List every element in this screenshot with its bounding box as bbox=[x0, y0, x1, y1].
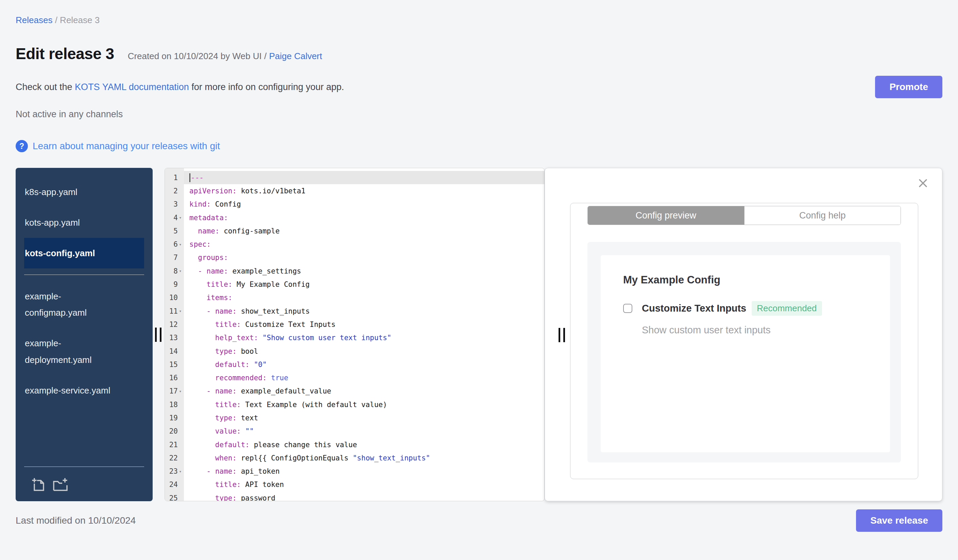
config-group-title: My Example Config bbox=[623, 274, 876, 286]
title-row: Edit release 3 Created on 10/10/2024 by … bbox=[16, 44, 942, 63]
promote-button[interactable]: Promote bbox=[875, 76, 942, 98]
docs-row: Check out the KOTS YAML documentation fo… bbox=[16, 76, 942, 98]
line-number: 10 bbox=[169, 294, 178, 302]
editor-cursor bbox=[189, 173, 190, 182]
code-line: 14 type: bool bbox=[165, 345, 544, 358]
fold-arrow-icon[interactable]: ▾ bbox=[178, 469, 183, 474]
line-number-gutter: 24 bbox=[165, 478, 184, 491]
sidebar-file-item[interactable]: kots-config.yaml bbox=[24, 238, 144, 269]
sidebar-resize-handle[interactable] bbox=[155, 327, 162, 342]
file-name-label: example-configmap.yaml bbox=[25, 288, 116, 321]
code-line-text: - name: example_default_value bbox=[184, 384, 544, 398]
code-line-text: type: bool bbox=[184, 345, 544, 358]
line-number-gutter: 7 bbox=[165, 251, 184, 264]
breadcrumb-current: Release 3 bbox=[60, 15, 100, 25]
line-number: 6 bbox=[173, 240, 178, 248]
kots-yaml-docs-link[interactable]: KOTS YAML documentation bbox=[75, 82, 189, 92]
line-number-gutter: 6▾ bbox=[165, 237, 184, 251]
code-line-text: name: config-sample bbox=[184, 224, 544, 237]
sidebar-file-item[interactable]: k8s-app.yaml bbox=[24, 177, 126, 207]
code-line: 23▾ - name: api_token bbox=[165, 465, 544, 478]
code-line: 19 type: text bbox=[165, 411, 544, 424]
code-line-text: kind: Config bbox=[184, 198, 544, 211]
code-line: 18 title: Text Example (with default val… bbox=[165, 398, 544, 411]
code-line-text: items: bbox=[184, 291, 544, 304]
close-panel-button[interactable] bbox=[918, 178, 928, 190]
tab-config-preview[interactable]: Config preview bbox=[588, 206, 744, 225]
editor-resize-handle[interactable] bbox=[558, 328, 565, 342]
new-file-button[interactable] bbox=[30, 476, 46, 493]
line-number: 15 bbox=[169, 361, 178, 369]
release-meta: Created on 10/10/2024 by Web UI / Paige … bbox=[128, 51, 322, 62]
line-number: 11 bbox=[169, 307, 178, 315]
author-link[interactable]: Paige Calvert bbox=[269, 51, 322, 61]
tab-config-help[interactable]: Config help bbox=[744, 206, 901, 225]
code-line: 9 title: My Example Config bbox=[165, 278, 544, 291]
code-line-text: type: text bbox=[184, 411, 544, 424]
code-line: 24 title: API token bbox=[165, 478, 544, 491]
save-release-button[interactable]: Save release bbox=[856, 509, 942, 532]
line-number-gutter: 15 bbox=[165, 358, 184, 371]
git-releases-link[interactable]: Learn about managing your releases with … bbox=[33, 141, 220, 152]
code-line-text: value: "" bbox=[184, 425, 544, 438]
line-number-gutter: 12 bbox=[165, 318, 184, 331]
line-number: 22 bbox=[169, 454, 178, 462]
line-number-gutter: 18 bbox=[165, 398, 184, 411]
file-sidebar: k8s-app.yamlkots-app.yamlkots-config.yam… bbox=[16, 168, 153, 501]
line-number: 19 bbox=[169, 414, 178, 422]
file-list-bottom: example-configmap.yamlexample-deployment… bbox=[16, 281, 153, 405]
line-number: 1 bbox=[173, 174, 178, 182]
page-title: Edit release 3 bbox=[16, 44, 114, 63]
created-text: Created on 10/10/2024 by Web UI / bbox=[128, 51, 269, 61]
new-folder-button[interactable] bbox=[52, 476, 69, 493]
code-line: 4▾metadata: bbox=[165, 211, 544, 224]
line-number: 17 bbox=[169, 387, 178, 395]
fold-arrow-icon[interactable]: ▾ bbox=[178, 269, 183, 274]
line-number: 16 bbox=[169, 374, 178, 382]
sidebar-file-item[interactable]: example-deployment.yaml bbox=[24, 328, 126, 375]
docs-text-after: for more info on configuring your app. bbox=[189, 82, 344, 92]
code-line-text: spec: bbox=[184, 237, 544, 251]
sidebar-file-item[interactable]: kots-app.yaml bbox=[24, 207, 126, 238]
sidebar-file-item[interactable]: example-service.yaml bbox=[24, 375, 126, 406]
line-number: 23 bbox=[169, 467, 178, 475]
yaml-code-editor[interactable]: 1---2apiVersion: kots.io/v1beta13kind: C… bbox=[165, 168, 545, 501]
code-line: 3kind: Config bbox=[165, 198, 544, 211]
line-number: 3 bbox=[173, 200, 178, 208]
code-line: 1--- bbox=[165, 171, 544, 184]
config-option-label: Customize Text Inputs bbox=[642, 303, 746, 314]
code-line: 22 when: repl{{ ConfigOptionEquals "show… bbox=[165, 451, 544, 465]
line-number-gutter: 14 bbox=[165, 345, 184, 358]
line-number: 25 bbox=[169, 494, 178, 501]
line-number-gutter: 21 bbox=[165, 438, 184, 451]
code-line: 13 help_text: "Show custom user text inp… bbox=[165, 331, 544, 345]
close-icon bbox=[918, 178, 928, 188]
line-number: 7 bbox=[173, 253, 178, 262]
line-number-gutter: 13 bbox=[165, 331, 184, 345]
file-list-divider bbox=[24, 275, 144, 275]
line-number-gutter: 20 bbox=[165, 425, 184, 438]
code-line: 11▾ - name: show_text_inputs bbox=[165, 304, 544, 318]
fold-arrow-icon[interactable]: ▾ bbox=[178, 242, 183, 247]
code-line: 20 value: "" bbox=[165, 425, 544, 438]
code-line-text: --- bbox=[184, 171, 544, 184]
fold-arrow-icon[interactable]: ▾ bbox=[178, 215, 183, 220]
file-list-top: k8s-app.yamlkots-app.yamlkots-config.yam… bbox=[16, 177, 153, 269]
question-mark-icon: ? bbox=[16, 140, 28, 152]
last-modified-text: Last modified on 10/10/2024 bbox=[16, 515, 136, 526]
code-line: 12 title: Customize Text Inputs bbox=[165, 318, 544, 331]
customize-text-inputs-checkbox[interactable] bbox=[623, 304, 632, 313]
line-number-gutter: 1 bbox=[165, 171, 184, 184]
recommended-badge: Recommended bbox=[752, 301, 822, 316]
fold-arrow-icon[interactable]: ▾ bbox=[178, 308, 183, 314]
code-line-text: title: Customize Text Inputs bbox=[184, 318, 544, 331]
breadcrumb-releases-link[interactable]: Releases bbox=[16, 15, 52, 25]
sidebar-file-item[interactable]: example-configmap.yaml bbox=[24, 281, 126, 328]
line-number: 18 bbox=[169, 401, 178, 409]
fold-arrow-icon[interactable]: ▾ bbox=[178, 389, 183, 394]
code-line: 6▾spec: bbox=[165, 237, 544, 251]
code-line-text: - name: example_settings bbox=[184, 264, 544, 278]
line-number: 21 bbox=[169, 441, 178, 449]
code-line-text: title: My Example Config bbox=[184, 278, 544, 291]
line-number-gutter: 25 bbox=[165, 491, 184, 501]
